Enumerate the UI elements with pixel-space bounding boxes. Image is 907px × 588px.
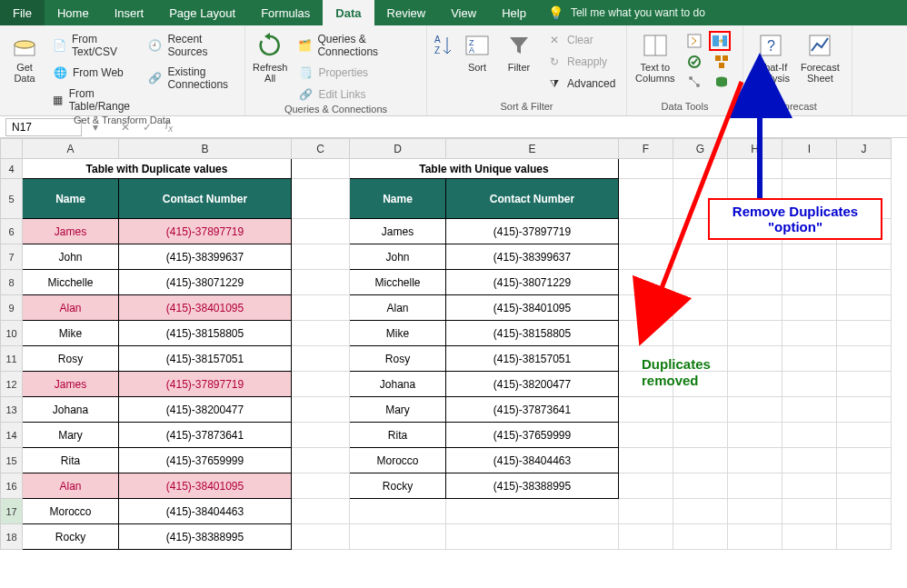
table-cell[interactable]: (415)-38404463 — [119, 499, 292, 524]
left-table-title[interactable]: Table with Duplicate values — [23, 159, 292, 179]
right-header-contact[interactable]: Contact Number — [446, 179, 619, 219]
cell[interactable] — [292, 295, 350, 321]
cell[interactable] — [728, 397, 782, 423]
row-header[interactable]: 13 — [1, 397, 23, 423]
table-cell[interactable]: (415)-38401095 — [119, 473, 292, 499]
cell[interactable] — [292, 397, 350, 423]
col-header-F[interactable]: F — [619, 139, 673, 159]
table-cell[interactable]: (415)-37873641 — [446, 397, 619, 423]
col-header-E[interactable]: E — [446, 139, 619, 159]
right-header-name[interactable]: Name — [350, 179, 446, 219]
table-cell[interactable]: (415)-38071229 — [119, 270, 292, 295]
table-cell[interactable]: James — [23, 372, 119, 397]
cell[interactable] — [782, 524, 837, 550]
cell[interactable] — [673, 499, 728, 524]
from-table-range-button[interactable]: ▦From Table/Range — [47, 85, 139, 115]
select-all-corner[interactable] — [1, 139, 23, 159]
cell[interactable] — [619, 473, 673, 499]
remove-duplicates-button[interactable] — [709, 31, 731, 51]
cell[interactable] — [619, 270, 673, 295]
cell[interactable] — [837, 244, 892, 270]
cell[interactable] — [292, 159, 350, 179]
row-header[interactable]: 12 — [1, 372, 23, 397]
sort-button[interactable]: ZA Sort — [456, 27, 498, 73]
cell[interactable] — [619, 524, 673, 550]
table-cell[interactable]: (415)-38401095 — [446, 295, 619, 321]
cell[interactable] — [350, 524, 446, 550]
col-header-J[interactable]: J — [837, 139, 892, 159]
table-cell[interactable]: (415)-38388995 — [446, 473, 619, 499]
cell[interactable] — [837, 397, 892, 423]
cell[interactable] — [782, 397, 837, 423]
table-cell[interactable]: (415)-38399637 — [446, 244, 619, 270]
cell[interactable] — [619, 219, 673, 244]
tab-file[interactable]: File — [0, 0, 45, 25]
cell[interactable] — [619, 397, 673, 423]
table-cell[interactable]: Alan — [350, 295, 446, 321]
table-cell[interactable]: (415)-38404463 — [446, 448, 619, 473]
cell[interactable] — [837, 372, 892, 397]
left-header-contact[interactable]: Contact Number — [119, 179, 292, 219]
cell[interactable] — [782, 321, 837, 346]
cell[interactable] — [619, 499, 673, 524]
cell[interactable] — [782, 423, 837, 448]
advanced-filter-button[interactable]: ⧩Advanced — [542, 75, 621, 93]
cell[interactable] — [292, 372, 350, 397]
tab-view[interactable]: View — [438, 0, 489, 25]
cell[interactable] — [292, 524, 350, 550]
existing-connections-button[interactable]: 🔗Existing Connections — [143, 64, 239, 93]
tab-page-layout[interactable]: Page Layout — [156, 0, 248, 25]
table-cell[interactable]: Johana — [350, 372, 446, 397]
cell[interactable] — [673, 295, 728, 321]
table-cell[interactable]: Rocky — [350, 473, 446, 499]
what-if-analysis-button[interactable]: ? What-IfAnalysis — [747, 27, 795, 84]
cell[interactable] — [619, 179, 673, 219]
relationships-button[interactable] — [682, 73, 707, 91]
table-cell[interactable]: Johana — [23, 397, 119, 423]
cell[interactable] — [292, 244, 350, 270]
cell[interactable] — [782, 159, 837, 179]
data-validation-button[interactable] — [682, 53, 707, 71]
cell[interactable] — [292, 448, 350, 473]
table-cell[interactable]: Micchelle — [350, 270, 446, 295]
cell[interactable] — [446, 499, 619, 524]
row-header[interactable]: 16 — [1, 473, 23, 499]
tab-insert[interactable]: Insert — [102, 0, 157, 25]
table-cell[interactable]: (415)-38158805 — [119, 321, 292, 346]
tab-data[interactable]: Data — [323, 0, 374, 25]
col-header-H[interactable]: H — [728, 139, 782, 159]
col-header-D[interactable]: D — [350, 139, 446, 159]
table-cell[interactable]: Mike — [350, 321, 446, 346]
row-header[interactable]: 10 — [1, 321, 23, 346]
cell[interactable] — [673, 423, 728, 448]
cell[interactable] — [837, 295, 892, 321]
cell[interactable] — [619, 448, 673, 473]
cell[interactable] — [619, 159, 673, 179]
table-cell[interactable]: Rocky — [23, 524, 119, 550]
cell[interactable] — [728, 159, 782, 179]
text-to-columns-button[interactable]: Text toColumns — [631, 27, 680, 84]
cell[interactable] — [782, 295, 837, 321]
cell[interactable] — [292, 499, 350, 524]
cell[interactable] — [837, 159, 892, 179]
cell[interactable] — [782, 499, 837, 524]
sort-asc-button[interactable]: AZ — [431, 27, 456, 60]
row-header[interactable]: 6 — [1, 219, 23, 244]
table-cell[interactable]: (415)-38157051 — [446, 346, 619, 372]
right-table-title[interactable]: Table with Unique values — [350, 159, 619, 179]
cell[interactable] — [837, 524, 892, 550]
cell[interactable] — [728, 346, 782, 372]
tab-formulas[interactable]: Formulas — [248, 0, 323, 25]
row-header[interactable]: 8 — [1, 270, 23, 295]
tab-review[interactable]: Review — [374, 0, 439, 25]
col-header-A[interactable]: A — [23, 139, 119, 159]
cell[interactable] — [673, 244, 728, 270]
from-web-button[interactable]: 🌐From Web — [47, 64, 139, 82]
cell[interactable] — [728, 473, 782, 499]
table-cell[interactable]: Alan — [23, 295, 119, 321]
table-cell[interactable]: Morocco — [350, 448, 446, 473]
row-header[interactable]: 14 — [1, 423, 23, 448]
table-cell[interactable]: James — [23, 219, 119, 244]
col-header-B[interactable]: B — [119, 139, 292, 159]
flash-fill-button[interactable] — [682, 31, 707, 51]
